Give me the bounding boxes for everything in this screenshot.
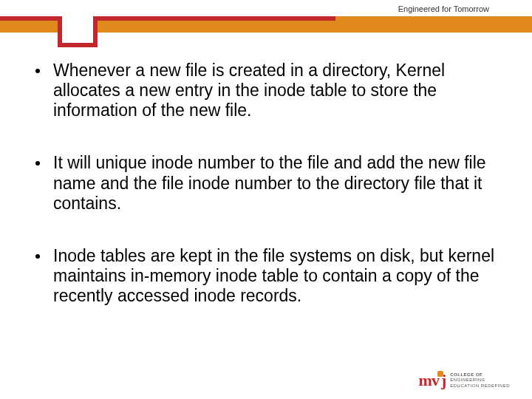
bullet-text: Whenever a new file is created in a dire… xyxy=(53,61,497,120)
bullet-dot-icon xyxy=(35,161,40,166)
slide-content: Whenever a new file is created in a dire… xyxy=(35,61,497,338)
logo-line3: EDUCATION REDEFINED xyxy=(450,383,510,389)
logo-letter: m xyxy=(419,371,432,389)
header-tagline: Engineered for Tomorrow xyxy=(398,4,489,13)
header-notch xyxy=(58,16,98,47)
logo-text: COLLEGE OF ENGINEERING EDUCATION REDEFIN… xyxy=(450,372,510,389)
footer-logo: mvj COLLEGE OF ENGINEERING EDUCATION RED… xyxy=(419,371,510,390)
bullet-item: Inode tables are kept in the file system… xyxy=(35,246,497,306)
logo-line1: COLLEGE OF xyxy=(450,372,510,378)
logo-dot-icon xyxy=(437,371,443,377)
bullet-text: Inode tables are kept in the file system… xyxy=(53,246,497,306)
bullet-dot-icon xyxy=(35,69,40,73)
logo-line2: ENGINEERING xyxy=(450,378,510,383)
bullet-text: It will unique inode number to the file … xyxy=(53,153,497,213)
bullet-dot-icon xyxy=(35,254,40,259)
logo-mark: mvj xyxy=(419,371,446,390)
header-red-stripe xyxy=(0,16,335,21)
bullet-item: It will unique inode number to the file … xyxy=(35,153,497,213)
bullet-item: Whenever a new file is created in a dire… xyxy=(35,61,497,120)
